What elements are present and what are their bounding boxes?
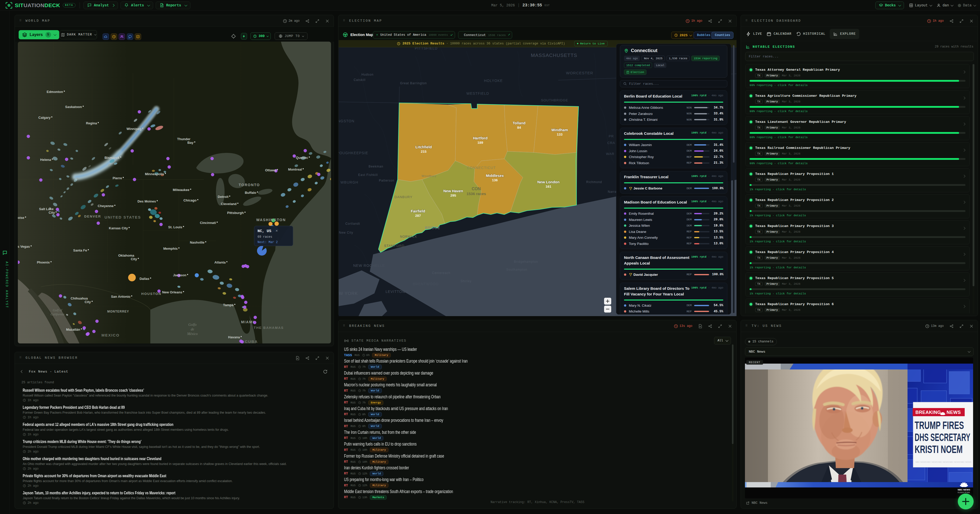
svg-text:Cheyenne: Cheyenne [98,204,114,208]
svg-text:Jackson: Jackson [173,273,186,277]
svg-text:Litchfield: Litchfield [415,145,432,149]
svg-text:WAR: WAR [606,152,614,156]
svg-text:NBC NEWS: NBC NEWS [949,461,960,463]
svg-text:NEW ROCHELLE: NEW ROCHELLE [353,263,385,268]
svg-text:California: California [51,312,65,316]
svg-text:1536 races: 1536 races [466,192,486,196]
svg-text:MONTERREY: MONTERREY [107,310,129,313]
svg-text:287: 287 [415,214,421,217]
svg-text:Salt Lake: Salt Lake [39,207,54,211]
svg-text:Shirley: Shirley [460,279,472,283]
svg-text:East Fishkill: East Fishkill [358,173,378,177]
svg-text:CUBA: CUBA [245,339,258,343]
svg-text:Middlesex: Middlesex [486,174,504,178]
svg-text:Catskill: Catskill [354,78,366,82]
svg-text:TRUMP FIRES: TRUMP FIRES [915,419,964,431]
svg-text:NC, US: NC, US [258,229,271,233]
svg-text:Centereach: Centereach [432,271,450,275]
svg-text:Milwaukee: Milwaukee [173,188,189,192]
svg-text:PR: PR [609,134,614,138]
svg-text:Havana: Havana [228,335,240,339]
svg-text:Richmond: Richmond [586,180,602,184]
svg-text:KRISTI NOEM: KRISTI NOEM [915,443,963,455]
svg-text:San Antonio: San Antonio [111,295,130,299]
svg-text:Nashville: Nashville [190,241,204,244]
svg-text:THE BAHAMAS: THE BAHAMAS [254,326,284,330]
svg-text:Des Moines: Des Moines [138,200,156,203]
svg-text:Saskatoon: Saskatoon [65,105,82,109]
svg-text:DANBURY: DANBURY [395,195,412,199]
svg-text:Chicago: Chicago [183,198,197,202]
svg-text:City: City [130,257,137,261]
svg-text:New Haven: New Haven [443,189,463,193]
svg-text:BREAKING: BREAKING [915,410,941,415]
svg-text:136: 136 [492,178,498,182]
svg-text:Atlanta: Atlanta [215,260,226,264]
svg-text:Gulf of: Gulf of [53,308,63,312]
svg-text:Edmonton: Edmonton [47,90,63,94]
svg-text:Kansas City: Kansas City [109,226,128,230]
svg-text:Bay: Bay [187,141,194,145]
svg-text:MASSACHUSETTS: MASSACHUSETTS [531,53,577,58]
svg-text:Ottawa: Ottawa [265,168,277,172]
svg-text:Patterson: Patterson [379,179,394,182]
svg-text:Buffalo: Buffalo [245,191,256,195]
svg-text:STAMFORD: STAMFORD [384,244,404,248]
svg-text:Bismarck: Bismarck [104,156,119,160]
svg-text:Golfo: Golfo [188,323,197,327]
svg-text:NBC NEWS: NBC NEWS [958,488,970,491]
svg-text:PITTSFIELD: PITTSFIELD [415,47,438,50]
svg-text:TORONTO: TORONTO [239,183,260,187]
svg-text:Regina: Regina [86,121,97,125]
svg-text:215: 215 [421,150,427,153]
svg-text:DENVER: DENVER [84,214,101,218]
svg-text:NBC NEWS: NBC NEWS [960,461,971,463]
svg-text:Woodbury: Woodbury [422,174,436,177]
svg-text:St. Louis: St. Louis [168,225,182,229]
svg-text:Santa Fe: Santa Fe [73,249,87,252]
svg-text:MIAMI: MIAMI [241,320,254,324]
svg-text:UNITED STATES: UNITED STATES [105,215,141,219]
svg-text:Las Vegas: Las Vegas [18,244,30,249]
svg-text:Montreal: Montreal [288,168,302,171]
svg-text:Tolland: Tolland [513,121,525,125]
svg-text:✕: ✕ [275,229,278,233]
svg-text:189: 189 [477,141,484,145]
svg-text:Quebec: Quebec [296,156,308,160]
svg-text:NORWALK: NORWALK [400,235,417,238]
svg-text:HOUSTON: HOUSTON [142,292,162,296]
svg-text:Beekman: Beekman [369,165,383,168]
svg-text:City: City [84,300,91,304]
svg-text:México: México [187,332,197,336]
svg-text:SOUTHBRIDGE: SOUTHBRIDGE [541,98,568,102]
svg-text:NGSTON: NGSTON [339,119,355,123]
svg-text:Cincinnati: Cincinnati [200,221,216,225]
svg-text:City: City [48,211,55,214]
svg-text:SUBSCRIBE: SUBSCRIBE [958,492,970,493]
svg-text:CONNECTICUT: CONNECTICUT [467,166,496,170]
svg-text:MEXICO: MEXICO [101,333,119,337]
svg-text:NBC NEWS: NBC NEWS [915,461,926,463]
svg-text:Winnipeg: Winnipeg [127,127,142,131]
svg-text:Oklahoma: Oklahoma [118,254,135,257]
svg-text:NBC NEWS: NBC NEWS [938,461,949,463]
svg-text:New London: New London [538,180,560,184]
svg-text:Cleveland: Cleveland [221,202,237,206]
svg-text:Hartford: Hartford [473,136,487,140]
svg-text:69 races: 69 races [258,235,272,239]
svg-text:161: 161 [546,185,552,188]
svg-text:Chihuahua: Chihuahua [71,297,88,300]
svg-text:Narra: Narra [608,190,617,193]
svg-text:LEVITTOWN: LEVITTOWN [386,290,409,294]
svg-text:New Orleans: New Orleans [162,291,182,294]
svg-text:Next: Mar 2: Next: Mar 2 [258,241,278,244]
svg-text:WORCESTER: WORCESTER [566,71,593,75]
svg-text:Great Barrington: Great Barrington [400,81,427,85]
svg-text:Pittsburgh: Pittsburgh [227,211,244,215]
svg-text:Southampton: Southampton [506,268,527,271]
svg-text:84: 84 [517,126,521,129]
svg-text:WESTFIELD: WESTFIELD [466,91,489,96]
svg-text:Fairfield: Fairfield [411,209,425,213]
svg-text:WASHINGTON: WASHINGTON [256,218,286,222]
svg-text:New City: New City [339,231,353,235]
